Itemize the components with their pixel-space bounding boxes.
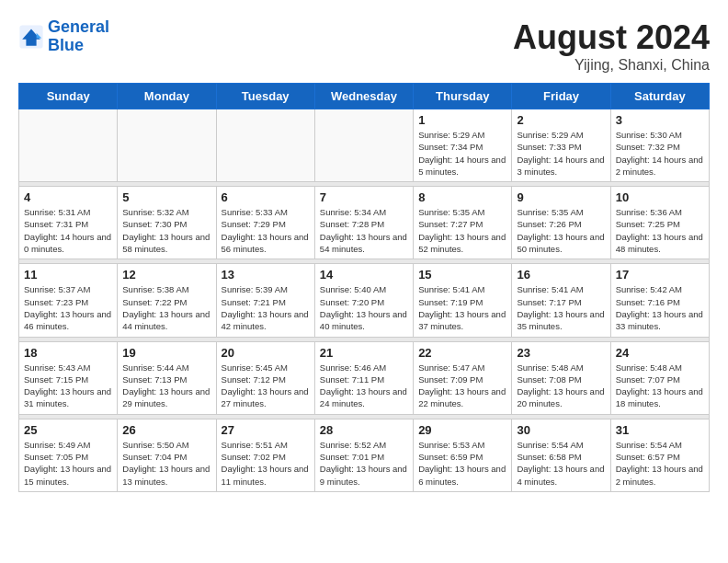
title-section: August 2024 Yijing, Shanxi, China <box>513 18 710 74</box>
day-number: 12 <box>122 268 210 282</box>
weekday-header-thursday: Thursday <box>414 84 512 109</box>
calendar-day: 1Sunrise: 5:29 AM Sunset: 7:34 PM Daylig… <box>414 109 512 182</box>
calendar-day: 9Sunrise: 5:35 AM Sunset: 7:26 PM Daylig… <box>512 187 610 259</box>
calendar-day: 16Sunrise: 5:41 AM Sunset: 7:17 PM Dayli… <box>512 264 610 337</box>
calendar-table: SundayMondayTuesdayWednesdayThursdayFrid… <box>18 83 710 492</box>
day-info: Sunrise: 5:53 AM Sunset: 6:59 PM Dayligh… <box>418 439 506 488</box>
calendar-day: 6Sunrise: 5:33 AM Sunset: 7:29 PM Daylig… <box>216 187 314 259</box>
day-number: 29 <box>418 423 506 437</box>
calendar-day: 18Sunrise: 5:43 AM Sunset: 7:15 PM Dayli… <box>19 341 118 414</box>
calendar-week-row: 25Sunrise: 5:49 AM Sunset: 7:05 PM Dayli… <box>19 419 710 491</box>
calendar-day: 25Sunrise: 5:49 AM Sunset: 7:05 PM Dayli… <box>19 419 118 491</box>
day-number: 14 <box>320 268 408 282</box>
calendar-week-row: 4Sunrise: 5:31 AM Sunset: 7:31 PM Daylig… <box>19 187 710 259</box>
calendar-day: 26Sunrise: 5:50 AM Sunset: 7:04 PM Dayli… <box>118 419 216 491</box>
calendar-day: 5Sunrise: 5:32 AM Sunset: 7:30 PM Daylig… <box>118 187 216 259</box>
calendar-week-row: 11Sunrise: 5:37 AM Sunset: 7:23 PM Dayli… <box>19 264 710 337</box>
day-number: 17 <box>616 268 704 282</box>
day-info: Sunrise: 5:48 AM Sunset: 7:07 PM Dayligh… <box>616 362 704 410</box>
calendar-day: 30Sunrise: 5:54 AM Sunset: 6:58 PM Dayli… <box>512 419 610 491</box>
weekday-header-friday: Friday <box>512 84 610 109</box>
page-header: General Blue August 2024 Yijing, Shanxi,… <box>18 18 710 74</box>
day-info: Sunrise: 5:51 AM Sunset: 7:02 PM Dayligh… <box>222 439 310 488</box>
logo-icon <box>18 24 44 50</box>
day-info: Sunrise: 5:40 AM Sunset: 7:20 PM Dayligh… <box>320 283 408 332</box>
weekday-header-sunday: Sunday <box>19 84 118 109</box>
day-info: Sunrise: 5:30 AM Sunset: 7:32 PM Dayligh… <box>616 129 704 178</box>
day-number: 11 <box>24 268 112 282</box>
day-info: Sunrise: 5:48 AM Sunset: 7:08 PM Dayligh… <box>517 362 605 410</box>
calendar-day: 27Sunrise: 5:51 AM Sunset: 7:02 PM Dayli… <box>216 419 314 491</box>
day-info: Sunrise: 5:32 AM Sunset: 7:30 PM Dayligh… <box>122 206 210 255</box>
day-number: 3 <box>616 113 704 127</box>
calendar-day: 23Sunrise: 5:48 AM Sunset: 7:08 PM Dayli… <box>512 341 610 414</box>
calendar-day: 12Sunrise: 5:38 AM Sunset: 7:22 PM Dayli… <box>118 264 216 337</box>
day-number: 22 <box>418 346 506 360</box>
calendar-day: 22Sunrise: 5:47 AM Sunset: 7:09 PM Dayli… <box>414 341 512 414</box>
day-number: 8 <box>418 190 506 204</box>
day-number: 24 <box>616 346 704 360</box>
day-info: Sunrise: 5:34 AM Sunset: 7:28 PM Dayligh… <box>320 206 408 255</box>
day-info: Sunrise: 5:46 AM Sunset: 7:11 PM Dayligh… <box>320 362 408 410</box>
day-number: 6 <box>222 190 310 204</box>
calendar-day: 11Sunrise: 5:37 AM Sunset: 7:23 PM Dayli… <box>19 264 118 337</box>
calendar-day <box>314 109 413 182</box>
calendar-day: 10Sunrise: 5:36 AM Sunset: 7:25 PM Dayli… <box>610 187 709 259</box>
day-number: 20 <box>222 346 310 360</box>
month-title: August 2024 <box>513 18 710 57</box>
weekday-header-wednesday: Wednesday <box>314 84 413 109</box>
day-info: Sunrise: 5:41 AM Sunset: 7:17 PM Dayligh… <box>517 283 605 332</box>
day-info: Sunrise: 5:35 AM Sunset: 7:26 PM Dayligh… <box>517 206 605 255</box>
day-number: 25 <box>24 423 112 437</box>
calendar-day: 17Sunrise: 5:42 AM Sunset: 7:16 PM Dayli… <box>610 264 709 337</box>
calendar-day <box>216 109 314 182</box>
day-number: 5 <box>122 190 210 204</box>
day-number: 31 <box>616 423 704 437</box>
weekday-header-monday: Monday <box>118 84 216 109</box>
day-info: Sunrise: 5:54 AM Sunset: 6:58 PM Dayligh… <box>517 439 605 488</box>
calendar-day: 24Sunrise: 5:48 AM Sunset: 7:07 PM Dayli… <box>610 341 709 414</box>
day-number: 27 <box>222 423 310 437</box>
logo-text: General Blue <box>48 18 109 55</box>
weekday-header-tuesday: Tuesday <box>216 84 314 109</box>
calendar-day: 19Sunrise: 5:44 AM Sunset: 7:13 PM Dayli… <box>118 341 216 414</box>
day-number: 9 <box>517 190 605 204</box>
calendar-week-row: 1Sunrise: 5:29 AM Sunset: 7:34 PM Daylig… <box>19 109 710 182</box>
calendar-day: 29Sunrise: 5:53 AM Sunset: 6:59 PM Dayli… <box>414 419 512 491</box>
day-info: Sunrise: 5:52 AM Sunset: 7:01 PM Dayligh… <box>320 439 408 488</box>
day-number: 2 <box>517 113 605 127</box>
day-number: 19 <box>122 346 210 360</box>
day-number: 30 <box>517 423 605 437</box>
day-number: 28 <box>320 423 408 437</box>
day-number: 26 <box>122 423 210 437</box>
day-info: Sunrise: 5:29 AM Sunset: 7:33 PM Dayligh… <box>517 129 605 178</box>
calendar-day: 7Sunrise: 5:34 AM Sunset: 7:28 PM Daylig… <box>314 187 413 259</box>
calendar-day: 20Sunrise: 5:45 AM Sunset: 7:12 PM Dayli… <box>216 341 314 414</box>
calendar-week-row: 18Sunrise: 5:43 AM Sunset: 7:15 PM Dayli… <box>19 341 710 414</box>
day-number: 4 <box>24 190 112 204</box>
weekday-header-row: SundayMondayTuesdayWednesdayThursdayFrid… <box>19 84 710 109</box>
day-info: Sunrise: 5:45 AM Sunset: 7:12 PM Dayligh… <box>222 362 310 410</box>
calendar-day: 28Sunrise: 5:52 AM Sunset: 7:01 PM Dayli… <box>314 419 413 491</box>
day-number: 18 <box>24 346 112 360</box>
day-info: Sunrise: 5:47 AM Sunset: 7:09 PM Dayligh… <box>418 362 506 410</box>
day-info: Sunrise: 5:44 AM Sunset: 7:13 PM Dayligh… <box>122 362 210 410</box>
weekday-header-saturday: Saturday <box>610 84 709 109</box>
calendar-day: 4Sunrise: 5:31 AM Sunset: 7:31 PM Daylig… <box>19 187 118 259</box>
calendar-day: 15Sunrise: 5:41 AM Sunset: 7:19 PM Dayli… <box>414 264 512 337</box>
day-number: 21 <box>320 346 408 360</box>
calendar-day: 21Sunrise: 5:46 AM Sunset: 7:11 PM Dayli… <box>314 341 413 414</box>
day-number: 7 <box>320 190 408 204</box>
calendar-day <box>118 109 216 182</box>
day-number: 1 <box>418 113 506 127</box>
calendar-day: 13Sunrise: 5:39 AM Sunset: 7:21 PM Dayli… <box>216 264 314 337</box>
calendar-day: 8Sunrise: 5:35 AM Sunset: 7:27 PM Daylig… <box>414 187 512 259</box>
logo: General Blue <box>18 18 109 55</box>
calendar-day: 31Sunrise: 5:54 AM Sunset: 6:57 PM Dayli… <box>610 419 709 491</box>
day-info: Sunrise: 5:38 AM Sunset: 7:22 PM Dayligh… <box>122 283 210 332</box>
day-info: Sunrise: 5:37 AM Sunset: 7:23 PM Dayligh… <box>24 283 112 332</box>
day-info: Sunrise: 5:33 AM Sunset: 7:29 PM Dayligh… <box>222 206 310 255</box>
day-info: Sunrise: 5:36 AM Sunset: 7:25 PM Dayligh… <box>616 206 704 255</box>
location-title: Yijing, Shanxi, China <box>513 57 710 74</box>
day-info: Sunrise: 5:29 AM Sunset: 7:34 PM Dayligh… <box>418 129 506 178</box>
